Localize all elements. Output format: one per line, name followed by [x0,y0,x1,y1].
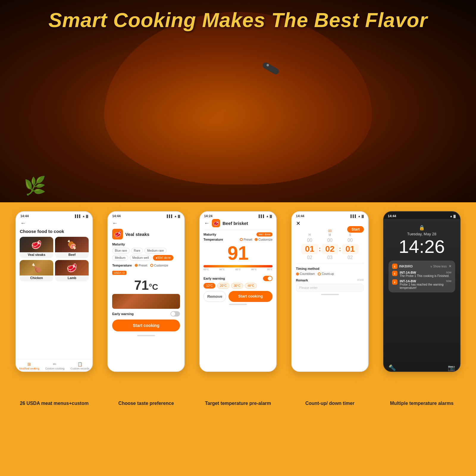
early-warning-toggle[interactable] [170,311,180,317]
start-top-button[interactable]: Start [347,226,364,233]
s-label: S [342,233,358,237]
notif-app-inkbird: 🌡 INKBIRD [392,264,413,269]
remark-input[interactable]: Please enter [296,284,364,292]
early-warning-toggle3[interactable] [263,276,273,281]
phone3-header: ← 🥩 Beef brisket [200,219,276,230]
back-arrow2[interactable]: ← [112,220,118,226]
s-2: 02 [342,255,358,260]
customize-radio3[interactable] [255,238,258,241]
maturity-blue-rare[interactable]: Blue rare [112,248,130,253]
temp-value: 71 [134,278,149,292]
preset-radio3[interactable] [240,238,243,241]
caption-3: Target temperature pre-alarm [196,400,281,407]
maturity-rare[interactable]: Rare [131,248,143,253]
h-main[interactable]: 01 [301,244,318,254]
notif1-title: INT-14-BW [400,271,416,274]
phone4-container: 14:44 ▌▌▌ ▲ ▓ ✕ Start 00 H [287,211,372,372]
countup-option[interactable]: Count-up [318,272,334,275]
ew-30[interactable]: 30°C [231,283,243,289]
countdown-option[interactable]: Countdown [296,272,315,275]
customize-option[interactable]: Customize [150,264,168,267]
nav-modified[interactable]: ⊞ Modified cooking [19,362,39,370]
notif2-content: INT-14-BW now Probe 1 has reached the wa… [400,279,452,289]
start-cooking-button[interactable]: Start cooking [112,320,180,331]
phone5-content: 🔒 Tuesday, May 28 14:26 🌡 INKBIRD [384,219,460,372]
temperature-toggle-row: Temperature Preset Customize [112,264,180,267]
customize-radio[interactable] [150,264,153,267]
big-temperature: 71°C [112,278,180,293]
phone2-header: ← [108,219,184,229]
maturity-medium[interactable]: Medium [112,255,128,261]
veal-label: Veal steaks [20,252,53,257]
remark-count: 0/100 [357,278,364,284]
temp-label3: Temperature [203,238,223,241]
notification-card-group: 🌡 INKBIRD ∨ Show less ✕ 🌡 [389,261,455,292]
food-item-lamb[interactable]: 🥩 Lamb [55,260,89,281]
s-dim-00: 00 [342,238,358,243]
notif-app-icon: 🌡 [392,264,397,269]
nav-records[interactable]: 📋 Custom records [71,362,90,370]
preset-radio[interactable] [135,264,138,267]
preset-option[interactable]: Preset [135,264,147,267]
ew-40[interactable]: 40°C [245,283,257,289]
phone4-status-icons: ▌▌▌ ▲ ▓ [350,214,364,218]
countdown-radio[interactable] [296,273,299,275]
phone1-bottom-nav: ⊞ Modified cooking ✏ Custom cooking 📋 Cu… [16,359,92,371]
phone1-status-icons: ▌▌▌ ▲ ▓ [75,214,88,218]
phone1-status-bar: 14:44 ▌▌▌ ▲ ▓ [16,212,92,219]
maturity-well-done[interactable]: ●Well done [153,255,173,261]
beef-name: Beef brisket [223,221,248,226]
preset-option3[interactable]: Preset [240,238,252,241]
scale-95: 95°C [267,268,273,271]
maturity-medium-well[interactable]: Medium well [130,255,152,261]
countup-radio[interactable] [318,273,321,275]
maturity-medium-rare[interactable]: Medium rare [144,248,166,253]
food-item-chicken[interactable]: 🍗 Chicken [20,260,53,281]
h-label: H [301,233,318,237]
caption-2: Choose taste preference [104,400,189,407]
notif2-body: Probe 1 has reached the warning temperat… [400,283,452,289]
camera-icon[interactable]: 📷 [448,364,455,371]
lamb-label: Lamb [55,275,89,280]
back-arrow3[interactable]: ← [204,220,209,226]
signal-icon2: ▌▌▌ [167,214,173,218]
toggle-knob3 [268,276,272,281]
phone2-status-bar: 14:44 ▌▌▌ ▲ ▓ [108,212,184,219]
s-main[interactable]: 01 [342,244,358,254]
temp-display-big: 91 [203,244,273,263]
phone2: 14:44 ▌▌▌ ▲ ▓ ← 🥩 Veal steaks Maturity [107,211,185,372]
customize-option3[interactable]: Customize [255,238,273,241]
wifi-icon5: ▲ [450,214,452,218]
battery-icon5: ▓ [453,214,455,218]
food-item-veal[interactable]: 🥩 Veal steaks [20,237,53,258]
probe-button [267,64,269,66]
veal-icon-area: 🥩 [20,237,53,252]
notif-close-btn[interactable]: ✕ [449,264,452,268]
nav-records-label: Custom records [71,367,90,370]
bottom-section: 14:44 ▌▌▌ ▲ ▓ ← Choose food to cook 🥩 [0,202,476,476]
x-close-btn[interactable]: ✕ [296,220,300,226]
torch-icon[interactable]: 🔦 [389,364,396,371]
notif1-body: The Probe 1 This cooking is Finished. [400,274,452,278]
remove-button[interactable]: Remove [203,291,226,302]
start-cooking-button3[interactable]: Start cooking [228,291,273,302]
steak-visual [112,294,180,309]
food-header-row: 🥩 Veal steaks [112,229,180,239]
countup-label: Count-up [322,272,334,275]
phone5-container: 14:44 ▲ ▓ 🔒 Tuesday, May 28 14:26 [379,211,464,372]
m-main[interactable]: 02 [322,244,338,254]
ew-10[interactable]: 10°C [203,283,215,289]
food-grid: 🥩 Veal steaks 🍖 Beef 🍗 Chicken 🥩 [20,237,89,281]
nav-custom[interactable]: ✏ Custom cooking [45,362,65,370]
notif1-header-row: INT-14-BW now [400,271,452,274]
scale-65: 65°C [203,268,209,271]
timer-labels-row: H M S [296,233,364,237]
early-warning-row: Early warning [112,311,180,317]
food-item-beef[interactable]: 🍖 Beef [55,237,89,258]
signal-icon: ▌▌▌ [75,214,81,218]
phone4-content: 00 H M S 00 00 00 [292,229,368,292]
ew-20[interactable]: 20°C [217,283,229,289]
show-less-btn[interactable]: ∨ Show less [430,265,447,268]
lock-screen: 🔒 Tuesday, May 28 14:26 🌡 INKBIRD [384,219,460,372]
back-arrow[interactable]: ← [20,220,26,226]
